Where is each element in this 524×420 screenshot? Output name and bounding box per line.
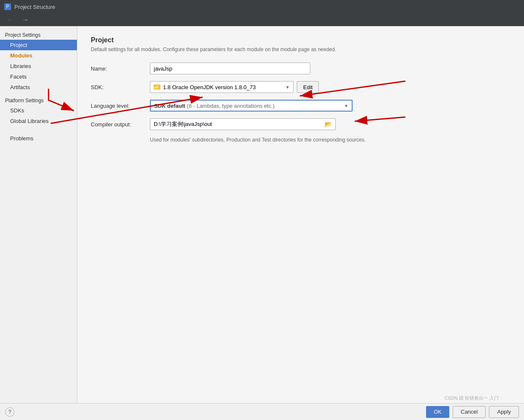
bottom-bar: ? OK Cancel Apply <box>0 403 524 420</box>
name-row: Name: <box>91 63 510 74</box>
sidebar-item-problems[interactable]: Problems <box>0 133 77 144</box>
folder-icon: 📁 <box>154 85 160 90</box>
lang-level-value: SDK default <box>154 103 185 109</box>
sidebar-item-facets[interactable]: Facets <box>0 71 77 82</box>
browse-folder-icon[interactable]: 📂 <box>325 121 332 128</box>
cancel-button[interactable]: Cancel <box>453 406 486 418</box>
back-button[interactable]: ← <box>4 15 16 25</box>
sdk-row: SDK: 📁 1.8 Oracle OpenJDK version 1.8.0_… <box>91 81 510 93</box>
window-title: Project Structure <box>14 4 55 10</box>
compiler-output-control: D:\学习案例\javaJsp\out 📂 <box>150 118 353 130</box>
compiler-output-row: Compiler output: D:\学习案例\javaJsp\out 📂 <box>91 118 510 130</box>
sdk-label: SDK: <box>91 84 150 90</box>
nav-bar: ← → <box>0 14 524 26</box>
language-level-control: SDK default (8 - Lambdas, type annotatio… <box>150 100 353 112</box>
compiler-output-field[interactable]: D:\学习案例\javaJsp\out 📂 <box>150 118 336 130</box>
sdk-dropdown[interactable]: 📁 1.8 Oracle OpenJDK version 1.8.0_73 ▼ <box>150 81 293 93</box>
sdk-control: 📁 1.8 Oracle OpenJDK version 1.8.0_73 ▼ … <box>150 81 353 93</box>
compiler-output-label: Compiler output: <box>91 121 150 128</box>
sidebar: Project Settings Project Modules Librari… <box>0 26 77 403</box>
platform-settings-label: Platform Settings <box>0 96 77 105</box>
name-input[interactable] <box>150 63 310 74</box>
language-level-dropdown[interactable]: SDK default (8 - Lambdas, type annotatio… <box>150 100 353 112</box>
bottom-right: OK Cancel Apply <box>426 406 519 418</box>
sidebar-item-global-libraries[interactable]: Global Libraries <box>0 116 77 126</box>
sidebar-item-artifacts[interactable]: Artifacts <box>0 82 77 93</box>
compiler-output-value: D:\学习案例\javaJsp\out <box>154 120 212 128</box>
help-button[interactable]: ? <box>5 407 14 417</box>
title-bar: P Project Structure <box>0 0 524 14</box>
content-title: Project <box>91 36 510 44</box>
lang-dropdown-arrow: ▼ <box>344 104 348 108</box>
sidebar-item-project[interactable]: Project <box>0 40 77 50</box>
language-level-row: Language level: SDK default (8 - Lambdas… <box>91 100 510 112</box>
app-icon: P <box>4 3 11 10</box>
content-area: Project Default settings for all modules… <box>77 26 524 403</box>
compiler-hint: Used for modules' subdirectories, Produc… <box>150 137 510 143</box>
bottom-left: ? <box>5 407 14 417</box>
name-control <box>150 63 353 74</box>
apply-button[interactable]: Apply <box>489 406 519 418</box>
language-level-label: Language level: <box>91 103 150 109</box>
sdk-edit-button[interactable]: Edit <box>297 81 319 93</box>
sidebar-item-modules[interactable]: Modules <box>0 50 77 61</box>
sdk-dropdown-arrow: ▼ <box>285 85 290 90</box>
ok-button[interactable]: OK <box>426 406 449 418</box>
project-settings-label: Project Settings <box>0 30 77 40</box>
main-container: Project Settings Project Modules Librari… <box>0 26 524 403</box>
sidebar-item-libraries[interactable]: Libraries <box>0 61 77 71</box>
sdk-value: 1.8 Oracle OpenJDK version 1.8.0_73 <box>163 84 256 90</box>
content-description: Default settings for all modules. Config… <box>91 46 510 52</box>
name-label: Name: <box>91 65 150 72</box>
lang-level-detail: (8 - Lambdas, type annotations etc.) <box>187 103 274 109</box>
forward-button[interactable]: → <box>19 15 31 25</box>
sidebar-item-sdks[interactable]: SDKs <box>0 105 77 116</box>
